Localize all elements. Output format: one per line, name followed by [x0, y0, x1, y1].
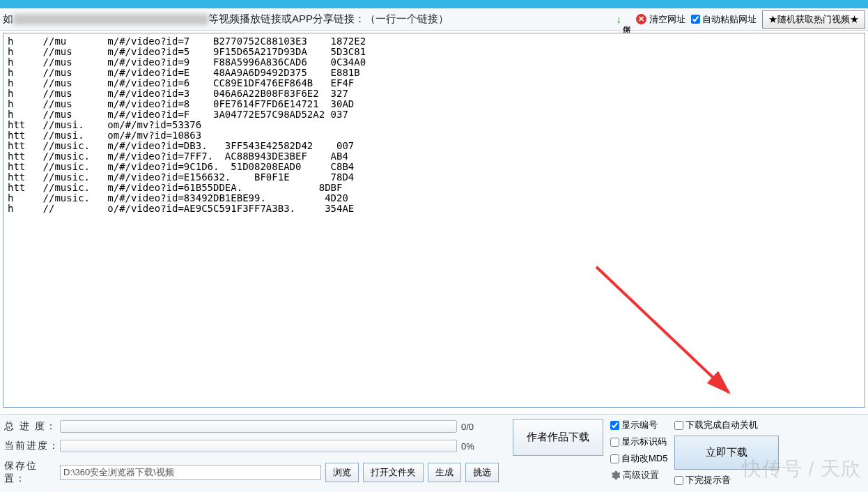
url-line: h // o/#/video?id=AE9C5C591F3FF7A3B3. 35…	[8, 203, 860, 214]
url-line: h //mus m/#/video?id=6 CC89E1DF476EF864B…	[8, 78, 860, 89]
url-line: htt //music. m/#/video?id=9C1D6. 51D0820…	[8, 162, 860, 172]
generate-button[interactable]: 生成	[428, 463, 461, 482]
sort-button[interactable]: ↓ 倒序	[616, 13, 630, 26]
total-progress-label: 总 进 度：	[4, 420, 60, 433]
url-line: htt //music. m/#/video?id=DB3. 3FF543E42…	[8, 141, 860, 151]
url-line: h //mus m/#/video?id=3 046A6A22B08F83F6E…	[8, 89, 860, 99]
url-line: h //music. m/#/video?id=83492DB1EBE99. 4…	[8, 193, 860, 203]
url-line: h //mu m/#/video?id=7 B2770752C88103E3 1…	[8, 36, 860, 47]
auto-paste-checkbox[interactable]: 自动粘贴网址	[691, 13, 757, 26]
url-line: h //mus m/#/video?id=8 0FE7614F7FD6E1472…	[8, 99, 860, 109]
url-line: h //mus m/#/video?id=9 F88A5996A836CAD6 …	[8, 57, 860, 68]
random-hot-button[interactable]: ★随机获取热门视频★	[762, 10, 865, 29]
titlebar	[0, 0, 868, 8]
arrow-down-icon: ↓	[616, 13, 621, 26]
url-line: htt //music. m/#/video?id=61B55DDEA. 8DB…	[8, 183, 860, 193]
total-progress-bar	[60, 420, 457, 433]
url-line: h //mus m/#/video?id=E 48AA9A6D9492D375 …	[8, 68, 860, 78]
open-folder-button[interactable]: 打开文件夹	[363, 463, 424, 482]
url-line: htt //musi. om/#/mv?id=10863	[8, 130, 860, 141]
show-id-checkbox[interactable]: 显示标识码	[610, 436, 667, 448]
toolbar: 如xxxxxxxxxxxxxxxxxxxxxxxxxxxxxx等视频播放链接或A…	[0, 8, 868, 31]
url-line: h //mus m/#/video?id=F 3A04772E57C98AD52…	[8, 109, 860, 120]
auto-shutdown-checkbox[interactable]: 下载完成自动关机	[674, 419, 779, 431]
finish-sound-checkbox[interactable]: 下完提示音	[674, 474, 779, 486]
instruction-text: 如xxxxxxxxxxxxxxxxxxxxxxxxxxxxxx等视频播放链接或A…	[3, 13, 449, 26]
url-line: htt //music. m/#/video?id=E156632. BF0F1…	[8, 172, 860, 183]
browse-button[interactable]: 浏览	[325, 463, 359, 482]
auto-md5-checkbox[interactable]: 自动改MD5	[610, 452, 667, 465]
close-icon: ✕	[636, 14, 646, 24]
save-path-label: 保存位置：	[4, 460, 56, 485]
current-progress-label: 当前进度：	[4, 440, 60, 452]
bottom-panel: 总 进 度： 0/0 当前进度： 0% 保存位置： 浏览 打开文件夹 生成 挑选…	[0, 414, 868, 492]
gear-icon	[610, 470, 620, 480]
author-works-button[interactable]: 作者作品下载	[513, 419, 603, 456]
current-progress-text: 0%	[457, 441, 499, 452]
save-path-input[interactable]	[60, 465, 321, 480]
clear-url-button[interactable]: ✕ 清空网址	[636, 13, 685, 26]
advanced-settings-link[interactable]: 高级设置	[610, 469, 667, 482]
current-progress-bar	[60, 440, 457, 452]
show-number-checkbox[interactable]: 显示编号	[610, 419, 667, 431]
total-progress-text: 0/0	[457, 422, 499, 432]
url-line: htt //music. m/#/video?id=7FF7. AC88B943…	[8, 151, 860, 162]
pick-button[interactable]: 挑选	[465, 463, 499, 482]
download-now-button[interactable]: 立即下载	[674, 436, 779, 470]
url-line: h //mus m/#/video?id=5 9F15D65A217D93DA …	[8, 47, 860, 57]
url-line: htt //musi. om/#/mv?id=53376	[8, 120, 860, 130]
url-textarea[interactable]: h //mu m/#/video?id=7 B2770752C88103E3 1…	[3, 33, 865, 408]
